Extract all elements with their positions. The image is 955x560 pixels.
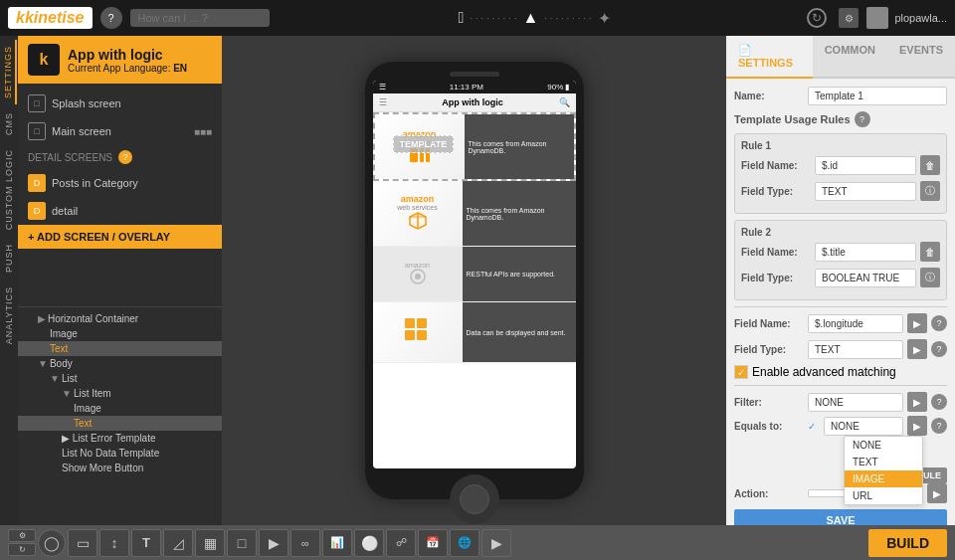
equals-value[interactable]: NONE <box>824 417 903 436</box>
rule2-type-info-btn[interactable]: ⓘ <box>920 268 940 287</box>
standalone-field-type-value[interactable]: TEXT <box>808 340 903 359</box>
filter-arrow-btn[interactable]: ▶ <box>907 392 927 412</box>
rule-2-box: Rule 2 Field Name: $.title 🗑 Field Type:… <box>734 220 947 300</box>
top-bar: kkinetise ?  · · · · · · · · · ▲ · · · … <box>0 0 955 36</box>
field-type-help-btn[interactable]: ? <box>931 341 947 357</box>
dropdown-url[interactable]: URL <box>845 487 922 504</box>
tool-calendar[interactable]: 📅 <box>418 529 448 557</box>
tool-container[interactable]: ▭ <box>68 529 97 557</box>
svg-rect-10 <box>405 330 415 340</box>
tool-globe[interactable]: 🌐 <box>450 529 479 557</box>
tool-settings-sm[interactable]: ⚙ <box>8 529 36 542</box>
rule2-field-name-value[interactable]: $.title <box>815 243 916 262</box>
phone-row-3: amazon RESTful APIs are supported. <box>373 247 576 302</box>
phone-row-2: amazon web services This comes from Amaz… <box>373 181 576 247</box>
tool-circle[interactable]: ◯ <box>38 529 66 557</box>
advanced-matching-checkbox[interactable]: ✓ <box>734 365 748 379</box>
sidebar-item-analytics[interactable]: ANALYTICS <box>2 280 16 350</box>
tool-share[interactable]: ☍ <box>386 529 416 557</box>
svg-point-7 <box>415 274 421 280</box>
filter-row: Filter: NONE ▶ ? <box>734 392 947 412</box>
tree-item-nodata[interactable]: List No Data Template <box>18 446 222 461</box>
equals-arrow-btn[interactable]: ▶ <box>907 416 927 436</box>
sidebar-item-cms[interactable]: CMS <box>2 106 16 141</box>
tool-refresh-sm[interactable]: ↻ <box>8 543 36 556</box>
detail-screens-header: DETAIL SCREENS ? <box>18 145 222 169</box>
tool-screen[interactable]: □ <box>227 529 257 557</box>
tree-item-image1[interactable]: Image <box>18 326 222 341</box>
sidebar-item-push[interactable]: PUSH <box>2 238 16 279</box>
app-language-label: Current App Language: EN <box>68 63 187 74</box>
tool-text[interactable]: T <box>131 529 161 557</box>
tab-common[interactable]: COMMON <box>813 36 887 79</box>
sidebar-item-settings[interactable]: SETTINGS <box>1 40 17 104</box>
main-screen-item[interactable]: □ Main screen ■■■ <box>18 117 222 145</box>
detail-help-icon[interactable]: ? <box>118 150 132 164</box>
tree-item-error[interactable]: ▶ List Error Template <box>18 431 222 446</box>
left-panel: k App with logic Current App Language: E… <box>18 36 222 525</box>
tree-item-listitem[interactable]: ▼ List Item <box>18 386 222 401</box>
field-type-arrow-btn[interactable]: ▶ <box>907 339 927 359</box>
rule1-field-name-value[interactable]: $.id <box>815 156 916 175</box>
tree-item-horizontal[interactable]: ▶ Horizontal Container <box>18 311 222 326</box>
refresh-icon[interactable]: ↻ <box>807 8 827 28</box>
tool-image[interactable]: ◿ <box>163 529 193 557</box>
standalone-field-name-value[interactable]: $.longitude <box>808 314 903 333</box>
add-screen-label: + ADD SCREEN / OVERLAY <box>28 231 170 243</box>
tool-run[interactable]: ▶ <box>481 529 511 557</box>
tree-item-text2[interactable]: Text <box>18 416 222 431</box>
name-value[interactable]: Template 1 <box>808 87 947 105</box>
android-platform-icon[interactable]: ▲ <box>522 9 538 27</box>
phone-time: 11:13 PM <box>450 83 483 92</box>
windows-platform-icon[interactable]: ✦ <box>598 9 611 28</box>
tool-play[interactable]: ▶ <box>259 529 288 557</box>
field-name-arrow-btn[interactable]: ▶ <box>907 313 927 333</box>
tree-item-text1[interactable]: Text <box>18 341 222 356</box>
phone-home-button[interactable] <box>450 474 499 524</box>
search-input[interactable] <box>130 9 270 27</box>
rule1-type-info-btn[interactable]: ⓘ <box>920 181 940 201</box>
tree-item-list[interactable]: ▼ List <box>18 371 222 386</box>
action-arrow-btn[interactable]: ▶ <box>927 483 947 503</box>
tree-item-body[interactable]: ▼ Body <box>18 356 222 371</box>
tool-chart[interactable]: 📊 <box>322 529 352 557</box>
help-button[interactable]: ? <box>100 7 122 29</box>
posts-in-category-item[interactable]: D Posts in Category <box>18 169 222 197</box>
add-screen-button[interactable]: + ADD SCREEN / OVERLAY <box>18 225 222 249</box>
field-name-help-btn[interactable]: ? <box>931 315 947 331</box>
filter-help-btn[interactable]: ? <box>931 394 947 410</box>
phone-speaker <box>450 72 499 77</box>
tool-record[interactable]: ⚪ <box>354 529 384 557</box>
equals-help-btn[interactable]: ? <box>931 418 947 434</box>
filter-value[interactable]: NONE <box>808 393 903 412</box>
tool-stack[interactable]: ↕ <box>99 529 129 557</box>
screens-list: □ Splash screen □ Main screen ■■■ DETAIL… <box>18 84 222 306</box>
rule2-delete-btn[interactable]: 🗑 <box>920 242 940 262</box>
tool-copy[interactable]: ▦ <box>195 529 225 557</box>
tree-item-showmore[interactable]: Show More Button <box>18 461 222 475</box>
dropdown-text[interactable]: TEXT <box>845 454 922 470</box>
save-button[interactable]: SAVE <box>734 509 947 525</box>
tab-events[interactable]: EVENTS <box>887 36 955 79</box>
build-button[interactable]: BUILD <box>868 529 947 557</box>
apple-platform-icon[interactable]:  <box>458 9 464 27</box>
dropdown-none[interactable]: NONE <box>845 437 922 454</box>
splash-screen-item[interactable]: □ Splash screen <box>18 90 222 117</box>
settings-icon[interactable]: ⚙ <box>839 8 859 28</box>
equals-check-icon: ✓ <box>808 421 816 432</box>
screen-icon: D <box>28 202 46 220</box>
dropdown-image[interactable]: IMAGE <box>845 470 922 487</box>
bottom-toolbar: ⚙ ↻ ◯ ▭ ↕ T ◿ ▦ □ ▶ ∞ 📊 ⚪ ☍ 📅 🌐 ▶ BUILD <box>0 525 955 560</box>
tree-item-image2[interactable]: Image <box>18 401 222 416</box>
usage-rules-help-icon[interactable]: ? <box>855 111 870 127</box>
tool-loop[interactable]: ∞ <box>290 529 320 557</box>
app-logo-icon: k <box>28 44 60 76</box>
rule2-field-type-value[interactable]: BOOLEAN TRUE <box>815 269 916 287</box>
rule1-delete-btn[interactable]: 🗑 <box>920 155 940 175</box>
sidebar-item-custom-logic[interactable]: CUSTOM LOGIC <box>2 143 16 236</box>
tab-settings[interactable]: 📄 SETTINGS <box>726 36 813 79</box>
phone-nav-bar: ☰ App with logic 🔍 <box>373 93 576 112</box>
detail-item[interactable]: D detail <box>18 197 222 225</box>
equals-dropdown[interactable]: NONE TEXT IMAGE URL <box>844 436 923 505</box>
rule1-field-type-value[interactable]: TEXT <box>815 182 916 201</box>
